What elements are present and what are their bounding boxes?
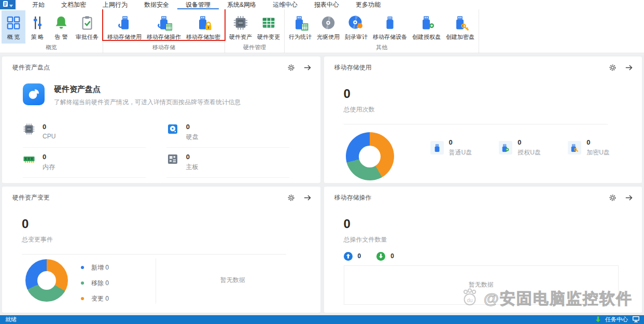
stat-label: 硬盘 — [186, 133, 199, 142]
sliders-icon — [30, 14, 45, 32]
ribbon-group-removable-storage: 移动存储使用 移动存储操作 移动存储加密 移动存储 — [103, 9, 225, 53]
card-storage-usage: 移动存储使用 0 总使用次数 — [324, 57, 642, 183]
upload-arrow-icon — [344, 252, 353, 261]
cpu-icon — [23, 123, 35, 142]
ribbon-item-label: 移动存储操作 — [147, 33, 181, 41]
ribbon-group-label: 移动存储 — [103, 44, 225, 53]
usb-key-small-icon — [568, 141, 581, 154]
gear-icon[interactable] — [287, 194, 295, 202]
hero-description: 了解终端当前硬件资产情况，可进入详情页面按品牌等查看统计信息 — [54, 98, 241, 107]
tab-system-network[interactable]: 系统&网络 — [219, 0, 264, 9]
tab-doc-encryption[interactable]: 文档加密 — [53, 0, 94, 9]
card-hardware-inventory: 硬件资产盘点 硬件资产盘点 了解终端当前硬件资产情况，可进入详情页面按品牌等查看 — [2, 57, 320, 183]
menu-tabs: 开始 文档加密 上网行为 数据安全 设备管理 系统&网络 运维中心 报表中心 更… — [24, 0, 389, 9]
total-changes-count: 0 — [22, 217, 29, 231]
motherboard-icon — [166, 153, 179, 172]
ribbon-item-label: 创建加密盘 — [446, 33, 474, 41]
arrow-right-icon[interactable] — [625, 64, 634, 72]
ribbon-item-storage-usage[interactable]: 移动存储使用 — [105, 10, 144, 44]
no-data-box: 暂无数据 — [344, 265, 619, 305]
legend-item-normal-usb: 0 普通U盘 — [430, 138, 499, 157]
ribbon-group-label: 其他 — [285, 44, 479, 53]
ribbon-group-label: 硬件管理 — [225, 44, 284, 53]
menu-bar: 开始 文档加密 上网行为 数据安全 设备管理 系统&网络 运维中心 报表中心 更… — [0, 0, 644, 9]
usb-stats-icon — [292, 14, 309, 32]
ribbon-item-label: 移动存储使用 — [107, 33, 142, 41]
stat-cpu: 0 CPU — [23, 118, 146, 148]
ribbon-item-create-authorized-disk[interactable]: 创建授权盘 — [410, 10, 443, 44]
ram-icon — [23, 153, 35, 172]
storage-usage-legend: 0 普通U盘 0 授权U盘 — [430, 138, 637, 157]
ribbon-item-label: 创建授权盘 — [412, 33, 441, 41]
tab-start[interactable]: 开始 — [24, 0, 53, 9]
stat-value: 0 — [43, 123, 55, 131]
tab-more-functions[interactable]: 更多功能 — [347, 0, 389, 9]
ribbon-item-label: 概 览 — [7, 33, 20, 41]
card-title: 硬件资产盘点 — [12, 63, 50, 72]
download-arrow-icon — [376, 252, 385, 261]
ribbon-item-hardware-changes[interactable]: 硬件变更 — [255, 10, 283, 44]
legend-label: 授权U盘 — [517, 148, 541, 157]
ribbon-toolbar: 概 览 策 略 告 警 — [0, 9, 644, 53]
dashboard-content: 硬件资产盘点 硬件资产盘点 了解终端当前硬件资产情况，可进入详情页面按品牌等查看 — [0, 54, 644, 315]
ribbon-item-label: 策 略 — [31, 33, 44, 41]
legend-value: 0 — [105, 279, 109, 287]
usb-key-icon — [452, 14, 469, 32]
hardware-stats: 0 CPU 0 硬盘 — [23, 118, 289, 178]
tab-internet-behavior[interactable]: 上网行为 — [94, 0, 136, 9]
stat-disk: 0 硬盘 — [166, 118, 289, 148]
ribbon-item-label: 移动存储加密 — [186, 33, 220, 41]
ribbon-item-label: 硬件资产 — [229, 33, 252, 41]
upload-count: 0 — [358, 252, 361, 260]
ribbon-item-behavior-stats[interactable]: 行为统计 — [286, 10, 314, 44]
ribbon-item-approval-tasks[interactable]: 审批任务 — [73, 10, 101, 44]
cd-burn-icon — [348, 14, 365, 32]
total-usage-count: 0 — [344, 87, 351, 101]
arrow-right-icon[interactable] — [303, 64, 312, 72]
card-title: 移动存储操作 — [334, 193, 372, 202]
gear-icon[interactable] — [609, 64, 617, 72]
status-ready-text: 就绪 — [5, 316, 17, 323]
upload-counter: 0 — [344, 252, 361, 261]
tab-data-security[interactable]: 数据安全 — [136, 0, 177, 9]
ribbon-item-label: 移动存储设备 — [373, 33, 407, 41]
usb-badge-icon — [418, 14, 435, 32]
table-grid-icon — [261, 14, 276, 32]
arrow-right-icon[interactable] — [303, 194, 312, 202]
ribbon-item-storage-encryption[interactable]: 移动存储加密 — [184, 10, 223, 44]
card-title: 移动存储使用 — [334, 63, 372, 72]
ribbon-item-storage-operations[interactable]: 移动存储操作 — [144, 10, 184, 44]
ribbon-item-storage-devices[interactable]: 移动存储设备 — [370, 10, 410, 44]
green-download-icon — [595, 315, 601, 324]
tab-device-management[interactable]: 设备管理 — [177, 0, 219, 9]
download-counter: 0 — [376, 252, 394, 261]
ribbon-item-create-encrypted-disk[interactable]: 创建加密盘 — [443, 10, 477, 44]
app-menu-button[interactable] — [0, 0, 16, 9]
chevron-down-icon — [9, 0, 13, 9]
monitor-icon[interactable] — [632, 315, 640, 324]
legend-row-removed: 移除 0 — [81, 279, 109, 288]
legend-item-authorized-usb: 0 授权U盘 — [499, 138, 568, 157]
grid-icon — [6, 14, 21, 32]
total-usage-label: 总使用次数 — [344, 105, 375, 114]
total-operations-count: 0 — [344, 217, 351, 231]
ribbon-item-label: 行为统计 — [289, 33, 312, 41]
legend-row-changed: 变更 0 — [81, 294, 109, 303]
tab-report-center[interactable]: 报表中心 — [306, 0, 347, 9]
task-center-button[interactable]: 任务中心 — [605, 316, 628, 323]
usb-device-icon — [382, 14, 398, 32]
legend-value: 0 — [449, 138, 472, 146]
ribbon-item-burn-audit[interactable]: 刻录审计 — [342, 10, 370, 44]
arrow-right-icon[interactable] — [625, 194, 634, 202]
ribbon-item-cdrom-usage[interactable]: 光驱使用 — [314, 10, 342, 44]
stat-motherboard: 0 主板 — [166, 148, 289, 178]
ribbon-group-hardware-management: 硬件资产 硬件变更 硬件管理 — [225, 9, 285, 53]
ribbon-item-alerts[interactable]: 告 警 — [49, 10, 73, 44]
gear-icon[interactable] — [609, 194, 617, 202]
ribbon-item-policy[interactable]: 策 略 — [25, 10, 49, 44]
tab-ops-center[interactable]: 运维中心 — [264, 0, 306, 9]
ribbon-item-overview[interactable]: 概 览 — [2, 10, 25, 44]
legend-label: 新增 — [91, 264, 104, 271]
ribbon-item-hardware-assets[interactable]: 硬件资产 — [227, 10, 255, 44]
gear-icon[interactable] — [287, 64, 295, 72]
